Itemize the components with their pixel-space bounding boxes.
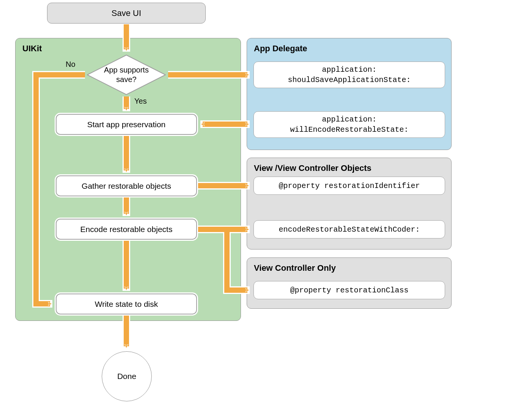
start-save-ui: Save UI [47, 3, 206, 24]
step-start-preservation: Start app preservation [56, 114, 197, 135]
start-label: Save UI [112, 8, 141, 18]
panel-title-app-delegate: App Delegate [254, 44, 444, 54]
callout-will-encode: application: willEncodeRestorableState: [253, 111, 445, 138]
terminator-done: Done [102, 351, 152, 401]
decision-app-supports-save: App supports save? [86, 54, 167, 95]
callout-encode-coder: encodeRestorableStateWithCoder: [253, 220, 445, 238]
panel-title-vc-only: View Controller Only [254, 263, 444, 273]
callout-restoration-id: @property restorationIdentifier [253, 177, 445, 195]
step-write-disk: Write state to disk [56, 294, 197, 314]
edge-label-yes: Yes [134, 97, 147, 106]
panel-title-uikit: UIKit [22, 44, 234, 54]
step-gather: Gather restorable objects [56, 175, 197, 196]
callout-restoration-class: @property restorationClass [253, 281, 445, 299]
panel-title-view-objects: View /View Controller Objects [254, 163, 444, 173]
decision-label: App supports save? [104, 65, 149, 84]
step-encode: Encode restorable objects [56, 219, 197, 240]
edge-label-no: No [66, 60, 76, 69]
callout-should-save: application: shouldSaveApplicationState: [253, 62, 445, 88]
